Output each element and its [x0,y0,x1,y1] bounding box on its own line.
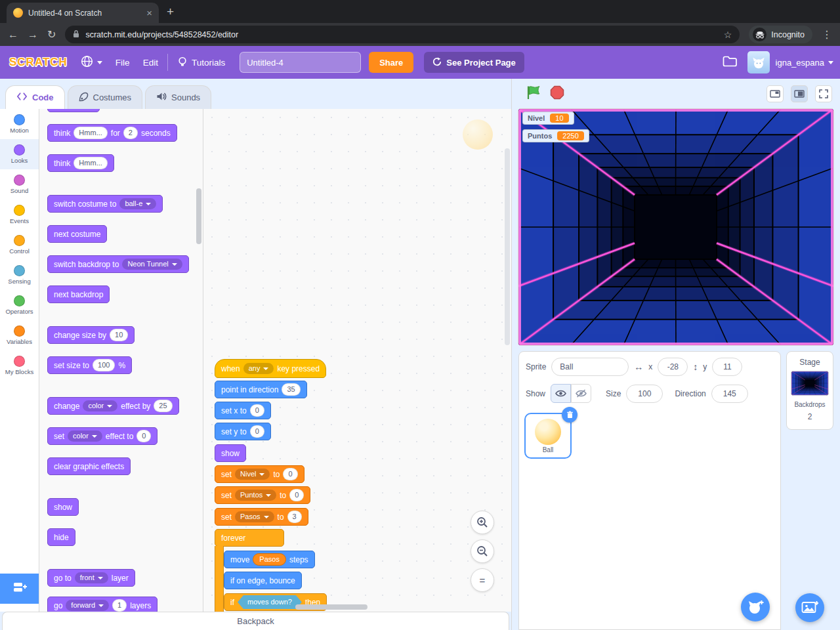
bookmark-star-icon[interactable]: ☆ [724,30,732,40]
backdrop-thumbnail[interactable] [791,371,829,396]
edit-menu[interactable]: Edit [136,46,165,79]
category-looks[interactable]: Looks [0,139,39,169]
account-chevron-down-icon[interactable] [828,61,833,64]
category-events[interactable]: Events [0,200,39,230]
block-change-size[interactable]: change size by10 [47,326,135,344]
category-operators[interactable]: Operators [0,290,39,320]
small-stage-button[interactable] [766,85,784,102]
block-if-on-edge-bounce[interactable]: if on edge, bounce [224,572,302,589]
variable-reporter[interactable]: Pasos [253,553,286,566]
sprite-list[interactable]: Ball [519,405,780,629]
block-when-key-pressed[interactable]: whenanykey pressed [215,359,326,378]
avatar[interactable] [747,51,770,74]
block-input[interactable]: 0 [283,468,297,480]
category-sensing[interactable]: Sensing [0,260,39,290]
scratch-logo[interactable]: SCRATCH [9,56,68,69]
block-set-effect[interactable]: setcoloreffect to0 [47,427,158,445]
block-input[interactable]: 35 [282,383,300,396]
tutorials-menu[interactable]: Tutorials [171,46,232,79]
forward-icon[interactable]: → [28,30,38,40]
block-input[interactable]: 1 [112,599,127,612]
block-dropdown[interactable]: Pasos [235,511,274,522]
block-input[interactable]: 3 [287,511,302,523]
block-dropdown[interactable]: any [243,363,274,374]
tab-sounds[interactable]: Sounds [145,85,211,109]
block-palette-container[interactable]: thinkHmm...for2secondsthinkHmm...switch … [39,109,203,612]
category-control[interactable]: Control [0,230,39,260]
block-point-in-direction[interactable]: point in direction35 [215,381,307,398]
variable-monitor-nivel[interactable]: Nivel 10 [522,112,574,125]
show-sprite-button[interactable] [551,384,571,403]
category-motion[interactable]: Motion [0,109,39,139]
x-input[interactable] [658,358,688,376]
block-set-size[interactable]: set size to100% [47,356,132,374]
block-set-nivel[interactable]: setNivelto0 [215,465,304,483]
zoom-out-button[interactable] [471,539,494,563]
block-set-x[interactable]: set x to0 [215,402,271,419]
block-dropdown[interactable]: front [75,572,108,583]
block-input[interactable]: 0 [136,430,151,442]
block-next-backdrop[interactable]: next backdrop [47,285,110,303]
zoom-reset-button[interactable]: = [471,568,494,592]
block-next-costume[interactable]: next costume [47,225,107,243]
tab-close-icon[interactable]: × [146,8,152,18]
block-input[interactable]: Hmm... [74,127,107,139]
y-input[interactable] [712,358,742,376]
add-sprite-button[interactable] [741,593,770,621]
block-dropdown[interactable]: color [83,400,117,411]
sprite-card-ball[interactable]: Ball [524,413,572,459]
share-button[interactable]: Share [369,52,413,73]
hide-sprite-button[interactable] [571,384,591,403]
category-sound[interactable]: Sound [0,169,39,200]
browser-menu-icon[interactable]: ⋮ [822,28,832,41]
block-set-puntos[interactable]: setPuntosto0 [215,486,310,504]
boolean-condition[interactable]: moves down? [238,595,302,609]
block-partial-top[interactable] [47,109,100,112]
block-change-effect[interactable]: changecoloreffect by25 [47,397,179,415]
block-input[interactable]: 10 [110,329,128,341]
block-set-y[interactable]: set y to0 [215,423,271,440]
project-name-input[interactable] [240,52,361,73]
zoom-in-button[interactable] [471,511,494,534]
scripts-horizontal-scrollbar[interactable] [295,604,368,610]
stop-button[interactable] [550,85,564,102]
large-stage-button[interactable] [791,85,808,102]
block-input[interactable]: 0 [250,425,264,438]
block-switch-costume[interactable]: switch costume toball-e [47,195,163,213]
direction-input[interactable] [711,385,748,403]
category-my-blocks[interactable]: My Blocks [0,350,39,381]
size-input[interactable] [626,385,663,403]
block-dropdown[interactable]: ball-e [119,198,156,209]
scripts-area[interactable]: whenanykey pressedpoint in direction35se… [203,109,511,612]
add-extension-button[interactable] [0,574,39,604]
block-dropdown[interactable]: forward [66,600,109,611]
tab-code[interactable]: Code [5,85,65,109]
block-dropdown[interactable]: Neon Tunnel [122,259,182,270]
file-menu[interactable]: File [109,46,136,79]
block-set-pasos[interactable]: setPasosto3 [215,508,308,526]
stage-card[interactable]: Stage Backdrops 2 [786,351,833,430]
reload-icon[interactable]: ↻ [47,30,56,40]
see-project-page-button[interactable]: See Project Page [424,52,524,73]
new-tab-button[interactable]: + [167,5,174,18]
block-think[interactable]: thinkHmm... [47,154,114,172]
username-label[interactable]: igna_espana [776,58,824,68]
block-switch-backdrop[interactable]: switch backdrop toNeon Tunnel [47,255,189,273]
add-backdrop-button[interactable] [795,593,824,622]
block-clear-effects[interactable]: clear graphic effects [47,457,131,475]
palette-scrollbar[interactable] [196,188,201,244]
url-text[interactable]: scratch.mit.edu/projects/548528452/edito… [85,30,717,39]
variable-monitor-puntos[interactable]: Puntos 2250 [522,129,589,142]
block-show[interactable]: show [47,498,79,516]
block-think-for-seconds[interactable]: thinkHmm...for2seconds [47,124,177,142]
block-show-script[interactable]: show [215,444,246,462]
block-input[interactable]: 0 [250,404,264,417]
block-go-layers[interactable]: goforward1layers [47,597,158,612]
green-flag-button[interactable] [526,85,541,102]
backpack-bar[interactable]: Backpack [2,612,509,630]
delete-sprite-button[interactable] [562,407,578,423]
browser-tab[interactable]: Untitled-4 on Scratch × [7,3,159,23]
block-hide[interactable]: hide [47,528,75,546]
block-go-to-layer[interactable]: go tofrontlayer [47,569,135,587]
block-input[interactable]: 100 [93,359,115,371]
